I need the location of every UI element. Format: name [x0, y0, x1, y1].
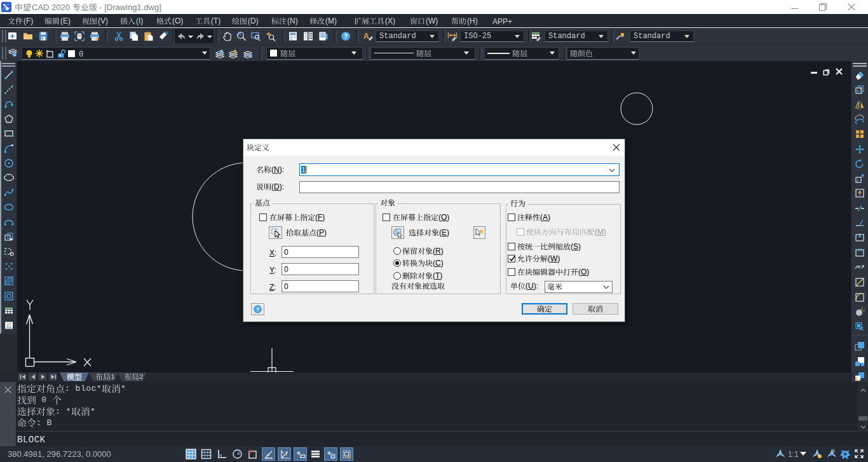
- svg-text:?: ?: [344, 32, 348, 40]
- svg-text:A: A: [363, 32, 369, 41]
- svg-text:?: ?: [256, 306, 260, 313]
